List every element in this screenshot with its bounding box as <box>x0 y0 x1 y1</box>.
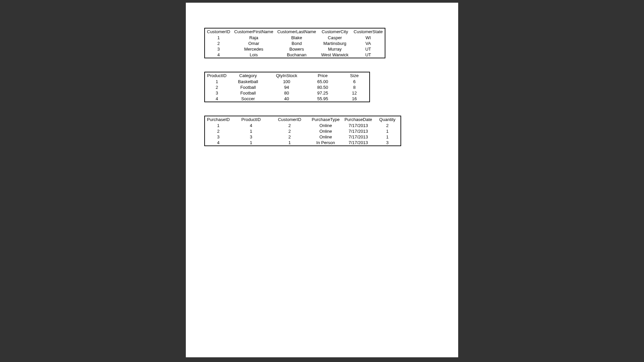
column-header: ProductID <box>232 116 270 123</box>
cell: 7/17/2013 <box>342 134 374 140</box>
cell: 1 <box>205 79 229 84</box>
cell: 7/17/2013 <box>342 123 374 128</box>
cell: UT <box>352 52 385 58</box>
cell: 4 <box>205 96 229 102</box>
cell: 94 <box>267 84 306 90</box>
cell: Bowers <box>275 46 318 52</box>
cell: 1 <box>374 134 401 140</box>
column-header: Price <box>306 72 339 79</box>
cell: 7/17/2013 <box>342 140 374 146</box>
column-header: CustomerState <box>352 28 385 35</box>
cell: 2 <box>205 41 232 46</box>
purchases-table: PurchaseID ProductID CustomerID Purchase… <box>204 116 401 146</box>
column-header: Quantity <box>374 116 401 123</box>
column-header: CustomerID <box>205 28 232 35</box>
cell: Blake <box>275 35 318 41</box>
column-header: QtyInStock <box>267 72 306 79</box>
cell: 1 <box>232 140 270 146</box>
cell: 7/17/2013 <box>342 128 374 134</box>
cell: WI <box>352 35 385 41</box>
cell: 1 <box>232 128 270 134</box>
table-row: 1 Raja Blake Casper WI <box>205 35 385 41</box>
column-header: PurchaseType <box>309 116 342 123</box>
column-header: CustomerID <box>270 116 309 123</box>
cell: 1 <box>374 128 401 134</box>
cell: UT <box>352 46 385 52</box>
products-table: ProductID Category QtyInStock Price Size… <box>204 72 370 102</box>
cell: 2 <box>374 123 401 128</box>
cell: 2 <box>270 134 309 140</box>
cell: 2 <box>205 128 232 134</box>
cell: 100 <box>267 79 306 84</box>
column-header: PurchaseID <box>205 116 232 123</box>
cell: 80 <box>267 90 306 96</box>
cell: Lois <box>232 52 275 58</box>
cell: Omar <box>232 41 275 46</box>
column-header: CustomerLastName <box>275 28 318 35</box>
cell: Martinsburg <box>318 41 352 46</box>
cell: West Warwick <box>318 52 352 58</box>
column-header: PurchaseDate <box>342 116 374 123</box>
table-row: 2 1 2 Online 7/17/2013 1 <box>205 128 401 134</box>
table-row: 4 1 1 In Person 7/17/2013 3 <box>205 140 401 146</box>
cell: Football <box>229 84 267 90</box>
cell: 4 <box>205 52 232 58</box>
cell: 3 <box>374 140 401 146</box>
table-row: 4 Soccer 40 55.95 16 <box>205 96 370 102</box>
column-header: ProductID <box>205 72 229 79</box>
cell: 2 <box>270 128 309 134</box>
table-row: 3 3 2 Online 7/17/2013 1 <box>205 134 401 140</box>
document-page: CustomerID CustomerFirstName CustomerLas… <box>186 3 458 357</box>
cell: Online <box>309 123 342 128</box>
cell: 6 <box>339 79 370 84</box>
column-header: CustomerFirstName <box>232 28 275 35</box>
cell: 55.95 <box>306 96 339 102</box>
table-row: 2 Football 94 80.50 8 <box>205 84 370 90</box>
table-header-row: ProductID Category QtyInStock Price Size <box>205 72 370 79</box>
cell: 80.50 <box>306 84 339 90</box>
table-row: 3 Mercedes Bowers Murray UT <box>205 46 385 52</box>
cell: Raja <box>232 35 275 41</box>
customers-table: CustomerID CustomerFirstName CustomerLas… <box>204 28 385 58</box>
cell: Mercedes <box>232 46 275 52</box>
table-header-row: PurchaseID ProductID CustomerID Purchase… <box>205 116 401 123</box>
column-header: Size <box>339 72 370 79</box>
cell: Football <box>229 90 267 96</box>
table-row: 1 Basketball 100 65.00 6 <box>205 79 370 84</box>
cell: 3 <box>232 134 270 140</box>
cell: Soccer <box>229 96 267 102</box>
cell: 4 <box>232 123 270 128</box>
cell: 97.25 <box>306 90 339 96</box>
cell: 2 <box>205 84 229 90</box>
cell: 3 <box>205 46 232 52</box>
cell: Buchanan <box>275 52 318 58</box>
column-header: Category <box>229 72 267 79</box>
cell: 3 <box>205 134 232 140</box>
cell: Online <box>309 134 342 140</box>
cell: 12 <box>339 90 370 96</box>
table-row: 3 Football 80 97.25 12 <box>205 90 370 96</box>
cell: Casper <box>318 35 352 41</box>
cell: In Person <box>309 140 342 146</box>
cell: Online <box>309 128 342 134</box>
column-header: CustomerCity <box>318 28 352 35</box>
table-row: 2 Omar Bond Martinsburg VA <box>205 41 385 46</box>
cell: 4 <box>205 140 232 146</box>
cell: Murray <box>318 46 352 52</box>
cell: 1 <box>205 35 232 41</box>
table-row: 4 Lois Buchanan West Warwick UT <box>205 52 385 58</box>
cell: Basketball <box>229 79 267 84</box>
cell: 2 <box>270 123 309 128</box>
cell: 1 <box>205 123 232 128</box>
cell: 3 <box>205 90 229 96</box>
table-row: 1 4 2 Online 7/17/2013 2 <box>205 123 401 128</box>
cell: 16 <box>339 96 370 102</box>
cell: 65.00 <box>306 79 339 84</box>
cell: 8 <box>339 84 370 90</box>
cell: VA <box>352 41 385 46</box>
cell: Bond <box>275 41 318 46</box>
cell: 40 <box>267 96 306 102</box>
table-header-row: CustomerID CustomerFirstName CustomerLas… <box>205 28 385 35</box>
cell: 1 <box>270 140 309 146</box>
